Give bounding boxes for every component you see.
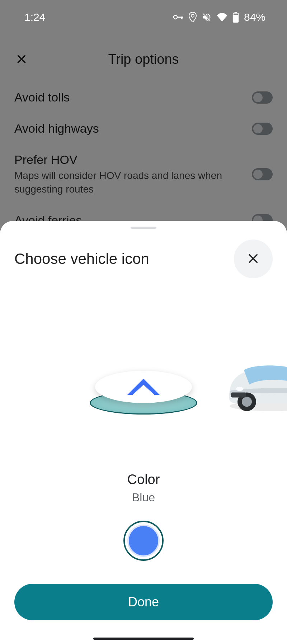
page-title: Trip options xyxy=(14,52,273,67)
color-swatch-inner xyxy=(127,525,160,557)
option-label: Avoid tolls xyxy=(14,90,245,104)
toggle-switch[interactable] xyxy=(252,91,273,104)
svg-point-9 xyxy=(242,397,252,407)
mute-icon xyxy=(202,12,212,22)
vehicle-icon-sheet: Choose vehicle icon xyxy=(0,221,287,644)
option-avoid-tolls[interactable]: Avoid tolls xyxy=(14,82,273,113)
gesture-nav-bar[interactable] xyxy=(93,638,194,640)
svg-point-13 xyxy=(236,387,243,391)
svg-rect-5 xyxy=(235,12,237,13)
wifi-icon xyxy=(217,13,227,22)
color-section: Color Blue xyxy=(0,472,287,561)
toggle-switch[interactable] xyxy=(252,168,273,180)
toggle-switch[interactable] xyxy=(252,123,273,135)
option-subtext: Maps will consider HOV roads and lanes w… xyxy=(14,169,245,196)
clock: 1:24 xyxy=(24,11,45,23)
color-heading: Color xyxy=(0,472,287,487)
close-button[interactable] xyxy=(234,240,273,278)
battery-icon xyxy=(232,12,239,23)
navigation-arrow-icon xyxy=(126,377,161,397)
battery-percent: 84% xyxy=(244,11,265,23)
trip-options-list: Avoid tolls Avoid highways Prefer HOV Ma… xyxy=(0,82,287,236)
option-label: Prefer HOV xyxy=(14,153,245,167)
svg-rect-3 xyxy=(182,16,183,18)
color-name: Blue xyxy=(0,491,287,504)
close-icon xyxy=(245,251,261,267)
done-button[interactable]: Done xyxy=(14,584,273,620)
option-label: Avoid highways xyxy=(14,122,245,136)
svg-point-0 xyxy=(174,15,177,19)
option-prefer-hov[interactable]: Prefer HOV Maps will consider HOV roads … xyxy=(14,144,273,205)
arrow-white-disc xyxy=(95,371,192,403)
trip-options-header: Trip options xyxy=(0,47,287,72)
svg-rect-1 xyxy=(177,16,183,18)
location-icon xyxy=(189,12,197,22)
color-swatch-selected[interactable] xyxy=(123,521,164,561)
vpn-key-icon xyxy=(173,14,184,20)
option-avoid-highways[interactable]: Avoid highways xyxy=(14,113,273,144)
svg-rect-6 xyxy=(234,13,238,15)
status-bar: 1:24 84% xyxy=(0,0,287,34)
vehicle-option-car[interactable] xyxy=(219,349,287,413)
vehicle-option-arrow[interactable] xyxy=(90,355,197,410)
vehicle-carousel[interactable] xyxy=(0,328,287,436)
svg-rect-12 xyxy=(231,392,246,397)
sheet-title: Choose vehicle icon xyxy=(14,250,149,267)
svg-rect-2 xyxy=(181,16,182,19)
